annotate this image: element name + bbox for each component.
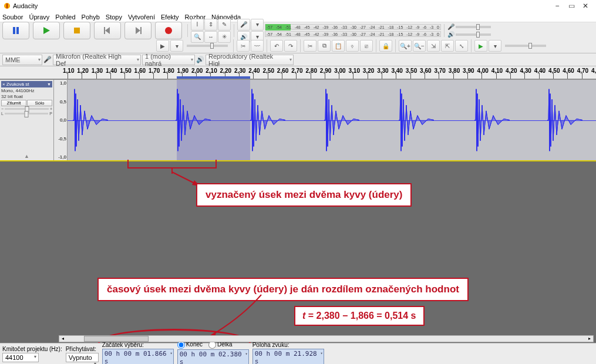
speaker-icon: 🔊: [196, 56, 204, 63]
menu-item[interactable]: Úpravy: [29, 14, 49, 21]
solo-button[interactable]: Sólo: [27, 100, 52, 106]
pan-slider[interactable]: LP: [1, 112, 52, 116]
skip-start-button[interactable]: [94, 22, 121, 39]
horizontal-scrollbar[interactable]: ◂ ▸: [59, 335, 594, 342]
project-rate-label: Kmitočet projektu (Hz):: [2, 346, 62, 352]
pause-button[interactable]: [2, 22, 29, 39]
collapse-icon[interactable]: ▲: [1, 153, 52, 159]
track-control-panel[interactable]: Zvuková st Mono, 44100Hz 32 bit float Zt…: [0, 80, 54, 160]
track-depth: 32 bit float: [1, 94, 52, 99]
svg-point-10: [165, 27, 172, 34]
minimize-button[interactable]: −: [550, 2, 564, 10]
sel-end-value[interactable]: 00 h 00 m 02.380 s: [177, 349, 249, 365]
trim-icon[interactable]: ⎀: [346, 40, 359, 52]
track-title[interactable]: Zvuková st: [1, 81, 52, 87]
speed-slider-2[interactable]: [505, 45, 546, 47]
title-bar: Audacity − ▭ ✕: [0, 0, 596, 12]
toolbar-area: I ⇕ ✎ 🔍 ↔ ✳ 🎤▾ 🔊▾ -57-54-51-48-45-42-39-…: [0, 22, 596, 53]
play-button[interactable]: [33, 22, 60, 39]
redo-icon[interactable]: ↷: [284, 40, 297, 52]
paste-icon[interactable]: 📋: [332, 40, 345, 52]
waveform-pulse: [324, 83, 359, 157]
waveform-pulse: [176, 83, 211, 157]
fit-sel-icon[interactable]: ⇲: [427, 40, 440, 52]
play-at-speed-icon[interactable]: ▶: [474, 40, 487, 52]
maximize-button[interactable]: ▭: [564, 2, 578, 10]
waveform-canvas[interactable]: 1,00,50,0-0,5-1,0: [54, 80, 596, 160]
zoom-out-icon[interactable]: 🔍−: [413, 40, 426, 52]
project-rate-combo[interactable]: 44100: [2, 353, 39, 362]
annotation-formula: t = 2,380 − 1,866 = 0,514 s: [294, 306, 425, 326]
recording-meter[interactable]: -57-54-51-48-45-42-39-36-33-30-27-24-21-…: [265, 24, 441, 30]
envelope-tool-icon[interactable]: ⇕: [204, 19, 217, 31]
zoom-in-icon[interactable]: 🔍+: [399, 40, 412, 52]
svg-rect-2: [13, 27, 15, 34]
multi-tool-icon[interactable]: ✳: [218, 31, 231, 43]
draw-tool-icon[interactable]: ✎: [218, 19, 231, 31]
app-title: Audacity: [13, 2, 38, 9]
menu-item[interactable]: Pohled: [55, 14, 75, 21]
menu-item[interactable]: Stopy: [106, 14, 122, 21]
play-speed-drop-icon[interactable]: ▾: [170, 40, 183, 52]
cut-icon[interactable]: ✂: [304, 40, 316, 52]
audio-host-combo[interactable]: MME: [2, 55, 42, 65]
amplitude-ruler: 1,00,50,0-0,5-1,0: [54, 80, 68, 160]
recording-device-combo[interactable]: Mikrofon (Realtek High Def: [53, 55, 141, 65]
menu-bar: Soubor Úpravy Pohled Pohyb Stopy Vytvoře…: [0, 12, 596, 22]
menu-item[interactable]: Efekty: [161, 14, 179, 21]
sel-start-value[interactable]: 00 h 00 m 01.866 s: [102, 349, 174, 365]
waveform-pulse: [474, 83, 510, 157]
playback-device-combo[interactable]: Reproduktory (Realtek Higł: [206, 55, 294, 65]
play-speed-button[interactable]: ▶: [156, 40, 169, 52]
audio-pos-value[interactable]: 00 h 00 m 21.928 s: [252, 349, 324, 365]
selection-toolbar: ◂ ▸ Kmitočet projektu (Hz): 44100 Přichy…: [0, 343, 596, 364]
play-volume-slider[interactable]: [456, 33, 491, 36]
fit-project-icon[interactable]: ⇱: [441, 40, 454, 52]
gain-slider[interactable]: −+: [1, 107, 52, 111]
svg-marker-4: [43, 27, 50, 34]
snap-combo[interactable]: Vypnuto: [66, 353, 99, 362]
speed-slider[interactable]: [187, 45, 228, 47]
track-format: Mono, 44100Hz: [1, 88, 52, 93]
waveform-pulse: [250, 83, 285, 157]
timeline-ruler[interactable]: 1,101,201,301,401,501,601,701,801,902,00…: [0, 66, 596, 79]
undo-icon[interactable]: ↶: [270, 40, 283, 52]
record-button[interactable]: [155, 22, 182, 39]
meter-rec-icon[interactable]: 🎤: [237, 19, 250, 31]
track-area: Zvuková st Mono, 44100Hz 32 bit float Zt…: [0, 79, 596, 161]
mic-vol-icon: 🎤: [447, 23, 454, 30]
silence-sel-icon[interactable]: ⎚: [360, 40, 373, 52]
snap-label: Přichytávat:: [66, 346, 99, 352]
rec-volume-slider[interactable]: [456, 26, 491, 28]
svg-rect-5: [74, 28, 80, 33]
close-button[interactable]: ✕: [578, 2, 592, 10]
menu-item[interactable]: Pohyb: [82, 14, 100, 21]
app-logo-icon: [4, 2, 11, 9]
skip-end-button[interactable]: [124, 22, 151, 39]
menu-item[interactable]: Soubor: [2, 14, 23, 21]
meter-rec-drop-icon[interactable]: ▾: [251, 19, 264, 31]
svg-rect-9: [140, 27, 142, 34]
copy-icon[interactable]: ⧉: [318, 40, 331, 52]
silence-icon[interactable]: 〰: [251, 40, 264, 52]
menu-item[interactable]: Vytvoření: [128, 14, 155, 21]
annotation-time-diff: časový úsek mezi dvěma kyvy (údery) je d…: [97, 278, 469, 301]
timeshift-tool-icon[interactable]: ↔: [204, 31, 217, 43]
stop-button[interactable]: [63, 22, 90, 39]
annotation-selection: vyznačený úsek mezi dvěma kyvy (údery): [196, 183, 412, 207]
svg-marker-6: [105, 27, 110, 34]
recording-channels-combo[interactable]: 1 (mono) nahrá: [142, 55, 195, 65]
sync-lock-icon[interactable]: 🔒: [379, 40, 392, 52]
spk-vol-icon: 🔊: [447, 31, 454, 38]
play-at-speed-drop-icon[interactable]: ▾: [489, 40, 501, 52]
zoom-tool-icon[interactable]: 🔍: [191, 31, 204, 43]
mute-button[interactable]: Ztlumit: [1, 100, 26, 106]
waveform-pulse: [73, 83, 108, 157]
trim-silence-icon[interactable]: ✂: [237, 40, 250, 52]
formula-rest: = 2,380 − 1,866 = 0,514 s: [305, 311, 416, 321]
playback-meter[interactable]: -57-54-51-48-45-42-39-36-33-30-27-24-21-…: [265, 31, 441, 37]
zoom-toggle-icon[interactable]: ⤡: [455, 40, 468, 52]
selection-tool-icon[interactable]: I: [191, 19, 204, 31]
svg-marker-8: [136, 27, 140, 34]
mic-icon: 🎤: [43, 56, 52, 63]
